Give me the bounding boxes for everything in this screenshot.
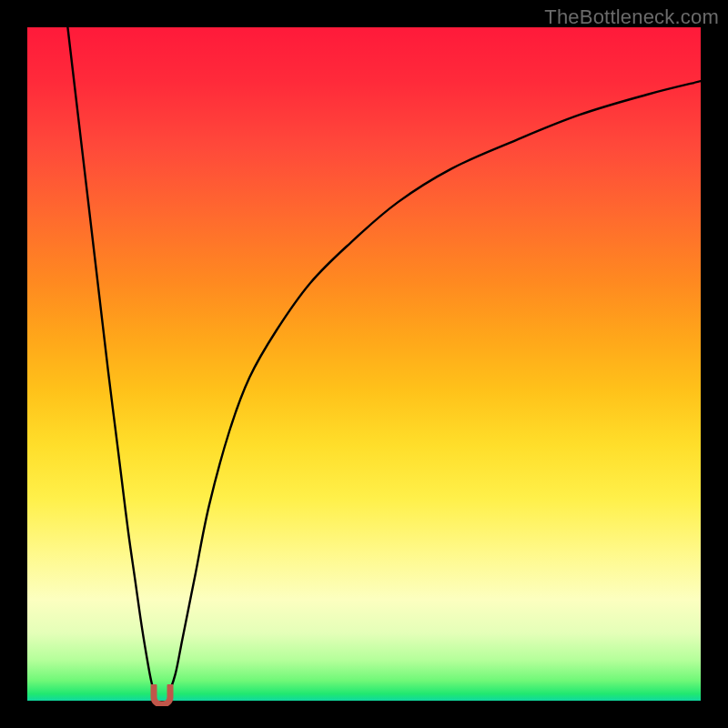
curve-left-branch	[67, 27, 155, 694]
curves-layer	[27, 27, 701, 701]
plot-area	[27, 27, 701, 701]
watermark-text: TheBottleneck.com	[544, 5, 719, 29]
chart-frame: TheBottleneck.com	[0, 0, 728, 728]
curve-right-branch	[168, 81, 701, 693]
minimum-marker	[150, 684, 174, 706]
u-shape-icon	[150, 684, 174, 706]
